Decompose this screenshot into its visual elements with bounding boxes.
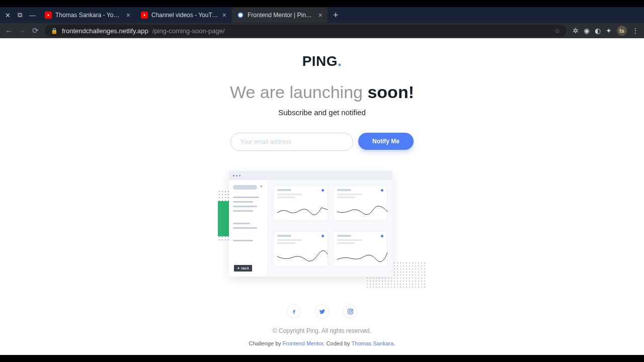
- extensions-menu-icon[interactable]: ✦: [606, 27, 612, 35]
- extension-icon[interactable]: ◐: [595, 27, 601, 35]
- page-subtext: Subscribe and get notified: [278, 108, 365, 117]
- social-links: [287, 304, 357, 318]
- page-viewport: PING. We are launching soon! Subscribe a…: [0, 38, 644, 355]
- nav-back-icon[interactable]: ←: [5, 27, 13, 35]
- extension-icon[interactable]: ✲: [573, 27, 579, 35]
- email-input[interactable]: [230, 133, 353, 151]
- url-path: /ping-coming-soon-page/: [152, 27, 225, 35]
- url-field[interactable]: 🔒 frontendchallenges.netlify.app/ping-co…: [45, 25, 567, 37]
- lock-icon: 🔒: [51, 28, 58, 34]
- attribution: Challenge by Frontend Mentor. Coded by T…: [249, 340, 395, 346]
- twitter-link[interactable]: [315, 304, 329, 318]
- bookmark-star-icon[interactable]: ☆: [554, 27, 560, 35]
- browser-tab[interactable]: Channel videos - YouTube ×: [136, 8, 231, 23]
- extension-icon[interactable]: ◉: [584, 27, 590, 35]
- tab-title: Frontend Mentor | Ping co: [248, 12, 315, 19]
- tab-title: Thomas Sankara - YouTub: [55, 12, 123, 19]
- new-tab-button[interactable]: +: [328, 10, 344, 21]
- url-host: frontendchallenges.netlify.app: [62, 27, 148, 35]
- page-headline: We are launching soon!: [230, 82, 414, 102]
- youtube-icon: [45, 12, 52, 19]
- author-link[interactable]: Thomas Sankara: [352, 340, 394, 346]
- browser-tab[interactable]: Thomas Sankara - YouTub ×: [40, 8, 135, 23]
- site-favicon: [237, 12, 244, 19]
- slack-badge: ✦ slack: [234, 265, 252, 272]
- logo-dot: .: [338, 53, 342, 69]
- svg-point-4: [349, 310, 351, 312]
- reload-icon[interactable]: ⟳: [32, 26, 39, 35]
- svg-point-5: [351, 309, 352, 310]
- window-restore-icon[interactable]: ⧉: [18, 11, 22, 19]
- tab-title: Channel videos - YouTube: [151, 12, 219, 19]
- address-bar: ← → ⟳ 🔒 frontendchallenges.netlify.app/p…: [0, 23, 644, 38]
- browser-tab-active[interactable]: Frontend Mentor | Ping co ×: [232, 8, 328, 23]
- instagram-link[interactable]: [343, 304, 357, 318]
- window-close-icon[interactable]: ✕: [5, 12, 11, 19]
- copyright-text: © Copyright Ping. All rights reserved.: [273, 327, 371, 334]
- youtube-icon: [141, 12, 148, 19]
- svg-point-2: [238, 13, 243, 17]
- decoration-block: [218, 201, 230, 236]
- brand-logo: PING.: [302, 53, 342, 69]
- close-icon[interactable]: ×: [222, 11, 226, 19]
- nav-forward-icon[interactable]: →: [19, 27, 26, 35]
- logo-text: PING: [302, 53, 338, 69]
- frontend-mentor-link[interactable]: Frontend Mentor: [283, 340, 324, 346]
- notify-button[interactable]: Notify Me: [358, 133, 414, 150]
- close-icon[interactable]: ×: [318, 11, 323, 19]
- profile-avatar[interactable]: ts: [617, 26, 627, 36]
- subscribe-form: Notify Me: [230, 133, 414, 151]
- window-minimize-icon[interactable]: —: [29, 12, 36, 19]
- close-icon[interactable]: ×: [126, 11, 130, 19]
- browser-tab-bar: ✕ ⧉ — Thomas Sankara - YouTub × Channel …: [0, 7, 644, 23]
- dashboard-illustration: ✦ slack: [229, 171, 415, 284]
- facebook-link[interactable]: [287, 304, 301, 318]
- browser-menu-icon[interactable]: ⋮: [632, 27, 639, 35]
